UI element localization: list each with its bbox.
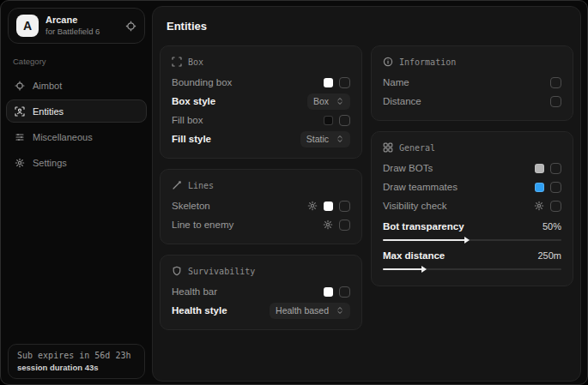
subscription-card: Sub expires in 56d 23h session duration … xyxy=(8,344,145,379)
brand-card: A Arcane for Battlefield 6 xyxy=(8,8,145,44)
row-fill-style: Fill styleStatic xyxy=(172,129,350,148)
gear-icon[interactable] xyxy=(323,220,333,230)
unfold-icon xyxy=(336,306,344,315)
session-duration-text: session duration 43s xyxy=(17,363,136,372)
row-label: Visibility check xyxy=(383,201,447,211)
slider-labels: Max distance250m xyxy=(383,247,561,264)
sidebar-item-label: Settings xyxy=(33,158,67,168)
row-label: Skeleton xyxy=(172,201,210,211)
visibility-check-checkbox[interactable] xyxy=(550,201,561,212)
row-max-distance: Max distance250m xyxy=(383,247,561,270)
gear-icon xyxy=(15,158,25,168)
gear-icon[interactable] xyxy=(534,201,544,211)
row-controls xyxy=(324,115,350,126)
row-controls xyxy=(550,96,561,107)
fill-box-checkbox[interactable] xyxy=(339,115,350,126)
unfold-icon xyxy=(336,97,344,105)
panel-header: General xyxy=(383,142,561,153)
dropdown-value: Static xyxy=(306,134,329,144)
panel-title: General xyxy=(399,143,435,153)
panel-header: Information xyxy=(383,57,561,67)
draw-teammates-checkbox[interactable] xyxy=(550,182,561,193)
settings-crosshair-icon[interactable] xyxy=(125,21,136,32)
bot-transparency-slider[interactable] xyxy=(383,239,561,241)
row-name: Name xyxy=(383,73,561,92)
row-label: Line to enemy xyxy=(172,220,233,230)
color-swatch[interactable] xyxy=(324,78,333,87)
row-label: Fill style xyxy=(172,134,211,144)
sidebar-item-label: Aimbot xyxy=(33,81,62,91)
slider-labels: Bot transparency50% xyxy=(383,218,561,235)
row-label: Distance xyxy=(383,96,421,106)
panel-header: Box xyxy=(172,57,350,67)
row-controls xyxy=(535,182,561,193)
sidebar-nav: AimbotEntitiesMiscellaneousSettings xyxy=(1,74,152,174)
row-distance: Distance xyxy=(383,92,561,111)
slider-value: 250m xyxy=(537,250,561,261)
sidebar-item-entities[interactable]: Entities xyxy=(6,99,147,123)
panel-column-1: BoxBounding boxBox styleBoxFill boxFill … xyxy=(160,45,362,330)
app-window: A Arcane for Battlefield 6 Category Aimb… xyxy=(0,0,588,385)
row-label: Health style xyxy=(172,305,227,316)
row-label: Fill box xyxy=(172,115,203,125)
color-swatch[interactable] xyxy=(324,116,333,125)
row-controls xyxy=(324,77,350,88)
skeleton-checkbox[interactable] xyxy=(339,201,350,212)
slider-label: Bot transparency xyxy=(383,221,464,232)
color-swatch[interactable] xyxy=(535,164,544,173)
sub-expiry-text: Sub expires in 56d 23h xyxy=(17,351,136,360)
row-label: Name xyxy=(383,77,409,87)
name-checkbox[interactable] xyxy=(550,77,561,88)
scan-person-icon xyxy=(15,106,25,117)
row-controls xyxy=(550,77,561,88)
corners-icon xyxy=(172,57,182,67)
fill-style-dropdown[interactable]: Static xyxy=(300,131,350,147)
main-content: Entities BoxBounding boxBox styleBoxFill… xyxy=(152,6,581,382)
max-distance-slider[interactable] xyxy=(383,268,561,270)
row-label: Box style xyxy=(172,96,215,106)
category-label: Category xyxy=(13,57,140,66)
box-style-dropdown[interactable]: Box xyxy=(307,93,350,110)
sidebar-item-miscellaneous[interactable]: Miscellaneous xyxy=(6,125,147,148)
unfold-icon xyxy=(336,135,344,143)
sidebar: A Arcane for Battlefield 6 Category Aimb… xyxy=(1,1,152,384)
diagonal-line-icon xyxy=(172,180,182,190)
row-controls: Static xyxy=(300,131,350,147)
bounding-box-checkbox[interactable] xyxy=(339,77,350,88)
health-style-dropdown[interactable]: Health based xyxy=(270,303,350,319)
brand-subtitle: for Battlefield 6 xyxy=(45,27,118,37)
color-swatch[interactable] xyxy=(324,287,333,297)
health-bar-checkbox[interactable] xyxy=(339,286,350,298)
row-controls xyxy=(307,201,350,212)
color-swatch[interactable] xyxy=(535,183,544,192)
slider-thumb[interactable] xyxy=(421,266,427,273)
row-controls xyxy=(534,201,561,212)
line-to-enemy-checkbox[interactable] xyxy=(339,220,350,231)
row-line-to-enemy: Line to enemy xyxy=(172,215,350,234)
panel-information: InformationNameDistance xyxy=(371,45,573,121)
row-label: Draw BOTs xyxy=(383,163,433,173)
slider-thumb[interactable] xyxy=(464,237,470,244)
row-controls: Health based xyxy=(270,303,350,319)
layout-grid-icon xyxy=(383,142,393,153)
draw-bots-checkbox[interactable] xyxy=(550,163,561,174)
brand-avatar: A xyxy=(16,15,39,37)
panel-title: Lines xyxy=(188,181,214,190)
row-health-style: Health styleHealth based xyxy=(172,301,350,320)
gear-icon[interactable] xyxy=(307,201,318,211)
cheat-menu-window: A Arcane for Battlefield 6 Category Aimb… xyxy=(0,0,588,385)
shield-icon xyxy=(172,266,182,276)
grid-icon xyxy=(15,132,25,142)
sidebar-item-aimbot[interactable]: Aimbot xyxy=(6,74,147,97)
panel-header: Lines xyxy=(172,180,350,190)
color-swatch[interactable] xyxy=(324,202,333,211)
row-label: Bounding box xyxy=(172,77,232,87)
sidebar-item-settings[interactable]: Settings xyxy=(6,151,147,174)
row-health-bar: Health bar xyxy=(172,282,350,301)
row-bounding-box: Bounding box xyxy=(172,73,350,92)
crosshair-icon xyxy=(15,81,25,91)
row-draw-bots: Draw BOTs xyxy=(383,159,561,177)
distance-checkbox[interactable] xyxy=(550,96,561,107)
row-controls: Box xyxy=(307,93,350,110)
panel-title: Box xyxy=(188,57,203,67)
